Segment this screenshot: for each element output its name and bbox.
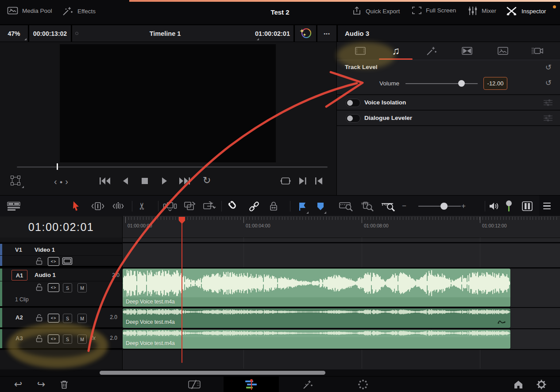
track-header-a1[interactable]: A1 Audio 1 2.0 <> S M 1 Clip [0,269,122,307]
go-to-first-frame-button[interactable] [314,177,323,185]
snapping-button[interactable] [228,196,239,216]
mute-track-button[interactable]: M [77,314,87,323]
stop-button[interactable] [141,177,149,185]
solo-track-button[interactable]: S [63,283,72,292]
zoom-full-extent-button[interactable] [339,196,354,216]
timeline-horizontal-scrollbar[interactable] [100,371,325,375]
dynamic-trim-mode-button[interactable] [112,196,125,216]
solo-track-button[interactable]: S [63,334,72,344]
audio-clip-a1[interactable]: Deep Voice test.m4a [123,269,510,307]
full-screen-icon [412,6,422,15]
timeline-view-options-button[interactable] [7,196,20,216]
undo-button[interactable]: ↩ [12,377,25,392]
track-header-v1[interactable]: V1 Video 1 <> [0,243,122,267]
timeline-zoom-slider-knob[interactable] [440,203,448,210]
zoom-out-button[interactable]: − [402,196,406,216]
zoom-in-button[interactable]: + [461,196,466,216]
deliver-page-button[interactable] [355,377,371,392]
tab-image[interactable] [490,44,516,58]
loop-playback-button[interactable]: ↻ [203,175,211,186]
full-screen-button[interactable]: Full Screen [412,6,456,15]
solo-track-button[interactable]: S [63,314,72,323]
settings-button[interactable] [534,377,549,392]
home-button[interactable] [511,377,526,392]
reset-volume-icon[interactable]: ↺ [545,78,552,88]
track-id-selected-box: A1 [12,270,27,281]
cut-page-button[interactable] [187,377,202,392]
zoom-custom-button[interactable] [381,196,396,216]
track-header-a3[interactable]: A3 <> S M fx 2.0 [0,329,122,349]
mute-track-button[interactable]: M [77,334,87,344]
lock-track-icon[interactable] [35,284,43,291]
flag-clip-button[interactable] [297,196,307,216]
insert-clip-button[interactable] [163,196,177,216]
position-lock-button[interactable] [268,196,279,216]
voice-isolation-toggle[interactable] [346,99,360,107]
linked-selection-button[interactable] [248,196,260,216]
play-button[interactable] [160,177,168,185]
track-header-a2[interactable]: A2 <> S M 2.0 [0,308,122,328]
playhead-line[interactable] [182,217,182,363]
timeline-zoom-slider-track[interactable] [418,206,461,207]
dialogue-leveler-toggle[interactable] [346,114,360,123]
lock-track-icon[interactable] [35,314,43,322]
play-to-last-frame-button[interactable] [298,177,307,185]
audio-clip-a3[interactable]: Deep Voice test.m4a [123,330,510,349]
razor-tool-button[interactable]: ✂ [138,196,146,216]
lock-track-icon[interactable] [35,257,43,265]
redo-button[interactable]: ↪ [35,377,48,392]
tab-effects[interactable] [418,44,445,58]
deliver-page-icon [357,379,369,390]
timeline-selector[interactable]: Timeline 1 01:00:02:01 [72,25,294,42]
edit-page-icon [245,379,258,390]
dropdown-caret-icon [324,211,326,214]
status-bar: 47% 00:00:13:02 Timeline 1 01:00:02:01 •… [0,24,560,42]
auto-select-icon[interactable]: <> [48,314,59,323]
volume-slider-track[interactable] [406,83,478,84]
lock-track-icon[interactable] [35,335,43,342]
auto-select-icon[interactable]: <> [48,283,59,292]
audio-clip-a2[interactable]: Deep Voice test.m4a [123,308,510,328]
divider [485,201,485,211]
selection-tool-button[interactable] [72,196,81,216]
auto-select-icon[interactable]: <> [48,334,59,343]
timeline-marker-pin-button[interactable] [506,196,513,216]
resize-timeline-button[interactable] [280,177,291,185]
transform-tool-button[interactable] [11,176,20,185]
dual-roll-trim-button[interactable] [521,196,533,216]
clip-thumbnail-toggle-icon[interactable] [62,257,73,265]
zoom-detail-button[interactable] [360,196,375,216]
color-page-button[interactable] [300,377,315,392]
color-enhance-button[interactable] [295,25,316,42]
audio-monitor-button[interactable] [489,196,499,216]
go-to-start-button[interactable] [99,177,111,185]
quick-export-button[interactable]: Quick Export [352,6,400,16]
jog-control[interactable]: ‹ ● › [54,177,68,187]
source-duration-display[interactable]: 00:00:13:02 [29,25,71,42]
overwrite-clip-button[interactable] [183,196,197,216]
mixer-label: Mixer [482,8,496,14]
volume-value-field[interactable]: -12.00 [483,77,507,90]
volume-slider-knob[interactable] [458,80,465,87]
mixer-button[interactable]: Mixer [468,6,496,16]
timeline-options-menu-button[interactable] [543,196,551,216]
tab-file[interactable] [524,44,551,58]
viewer-scrub-playhead[interactable] [57,163,58,170]
replace-clip-button[interactable] [203,196,217,216]
play-reverse-button[interactable] [121,177,129,185]
delete-button[interactable] [58,377,71,392]
clip-audio-fx-icon [497,319,506,326]
more-options-button[interactable]: ••• [317,25,336,42]
trim-edit-mode-button[interactable] [91,196,104,216]
auto-select-icon[interactable]: <> [48,257,59,266]
reset-section-icon[interactable]: ↺ [545,63,552,72]
tab-transition[interactable] [454,44,480,58]
inspector-button[interactable]: Inspector [506,6,546,16]
edit-page-button[interactable] [243,377,259,392]
go-to-end-button[interactable] [179,177,190,185]
viewer-scrub-bar[interactable] [17,166,328,168]
add-marker-button[interactable] [316,196,325,216]
mute-track-button[interactable]: M [77,283,87,292]
timeline-ruler[interactable]: 01:00:00:00 01:00:04:00 01:00:08:00 01:0… [122,217,560,238]
viewer-zoom-select[interactable]: 47% [0,25,28,42]
